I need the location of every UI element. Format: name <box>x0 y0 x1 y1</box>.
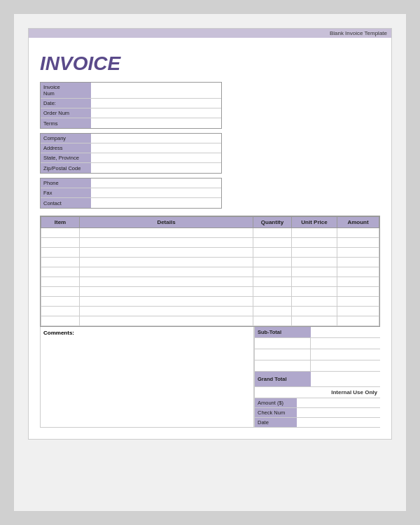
sub-total-value[interactable] <box>311 327 380 337</box>
cell-9-3[interactable] <box>292 316 337 326</box>
terms-value[interactable] <box>91 118 221 128</box>
fax-value[interactable] <box>91 188 221 197</box>
cell-6-0[interactable] <box>41 287 80 297</box>
table-row <box>41 297 379 307</box>
zip-value[interactable] <box>91 163 221 173</box>
cell-3-1[interactable] <box>80 258 253 267</box>
cell-6-2[interactable] <box>253 287 292 297</box>
payment-date-row: Date <box>255 418 380 428</box>
cell-6-3[interactable] <box>292 287 337 297</box>
company-fields-group: Company Address State, Province Zip/Post… <box>40 133 222 174</box>
check-num-row: Check Num <box>255 408 380 418</box>
invoice-table-wrapper: Item Details Quantity Unit Price Amount <box>40 216 380 327</box>
comments-area[interactable]: Comments: <box>40 327 254 428</box>
cell-1-4[interactable] <box>337 238 379 248</box>
cell-0-4[interactable] <box>337 228 379 238</box>
cell-3-2[interactable] <box>253 258 292 267</box>
cell-1-3[interactable] <box>292 238 337 248</box>
zip-label: Zip/Postal Code <box>41 163 91 173</box>
comments-label: Comments: <box>43 330 74 336</box>
table-row <box>41 238 379 248</box>
cell-8-3[interactable] <box>292 307 337 316</box>
cell-7-1[interactable] <box>80 297 253 307</box>
cell-1-2[interactable] <box>253 238 292 248</box>
cell-4-1[interactable] <box>80 267 253 277</box>
invoice-num-value[interactable] <box>91 83 221 98</box>
cell-9-4[interactable] <box>337 316 379 326</box>
cell-5-1[interactable] <box>80 277 253 287</box>
order-num-value[interactable] <box>91 108 221 118</box>
address-label: Address <box>41 144 91 153</box>
table-row <box>41 228 379 238</box>
grand-total-label: Grand Total <box>255 372 311 386</box>
cell-2-3[interactable] <box>292 248 337 258</box>
col-header-unit-price: Unit Price <box>292 217 337 228</box>
sub-total-row: Sub-Total <box>255 327 380 338</box>
cell-0-1[interactable] <box>80 228 253 238</box>
cell-7-0[interactable] <box>41 297 80 307</box>
cell-6-1[interactable] <box>80 287 253 297</box>
cell-7-4[interactable] <box>337 297 379 307</box>
contact-value[interactable] <box>91 198 221 208</box>
date-row: Date: <box>41 99 221 108</box>
cell-6-4[interactable] <box>337 287 379 297</box>
cell-9-1[interactable] <box>80 316 253 326</box>
cell-2-0[interactable] <box>41 248 80 258</box>
company-label: Company <box>41 134 91 143</box>
cell-4-4[interactable] <box>337 267 379 277</box>
state-value[interactable] <box>91 153 221 162</box>
cell-7-2[interactable] <box>253 297 292 307</box>
cell-4-0[interactable] <box>41 267 80 277</box>
amount-row: Amount ($) <box>255 398 380 408</box>
date-value[interactable] <box>91 99 221 108</box>
grand-total-value[interactable] <box>311 372 380 386</box>
company-value[interactable] <box>91 134 221 143</box>
invoice-num-label: InvoiceNum <box>41 83 91 98</box>
cell-0-0[interactable] <box>41 228 80 238</box>
cell-8-1[interactable] <box>80 307 253 316</box>
cell-5-4[interactable] <box>337 277 379 287</box>
cell-3-0[interactable] <box>41 258 80 267</box>
cell-8-2[interactable] <box>253 307 292 316</box>
amount-value[interactable] <box>297 398 380 407</box>
payment-date-label: Date <box>255 418 297 427</box>
company-row: Company <box>41 134 221 144</box>
cell-1-0[interactable] <box>41 238 80 248</box>
cell-4-3[interactable] <box>292 267 337 277</box>
cell-9-0[interactable] <box>41 316 80 326</box>
table-row <box>41 248 379 258</box>
cell-8-4[interactable] <box>337 307 379 316</box>
cell-1-1[interactable] <box>80 238 253 248</box>
cell-5-3[interactable] <box>292 277 337 287</box>
terms-label: Terms <box>41 118 91 128</box>
address-value[interactable] <box>91 144 221 153</box>
cell-9-2[interactable] <box>253 316 292 326</box>
col-header-amount: Amount <box>337 217 379 228</box>
address-row: Address <box>41 144 221 153</box>
cell-3-4[interactable] <box>337 258 379 267</box>
cell-4-2[interactable] <box>253 267 292 277</box>
cell-3-3[interactable] <box>292 258 337 267</box>
cell-0-2[interactable] <box>253 228 292 238</box>
cell-5-2[interactable] <box>253 277 292 287</box>
meta-fields-group: InvoiceNum Date: Order Num Terms <box>40 82 222 129</box>
cell-2-2[interactable] <box>253 248 292 258</box>
totals-empty-3 <box>255 360 380 372</box>
table-row <box>41 287 379 297</box>
phone-label: Phone <box>41 178 91 188</box>
cell-0-3[interactable] <box>292 228 337 238</box>
phone-value[interactable] <box>91 178 221 188</box>
order-num-row: Order Num <box>41 108 221 118</box>
cell-8-0[interactable] <box>41 307 80 316</box>
order-num-label: Order Num <box>41 108 91 118</box>
state-row: State, Province <box>41 153 221 163</box>
cell-2-1[interactable] <box>80 248 253 258</box>
amount-label: Amount ($) <box>255 398 297 407</box>
cell-5-0[interactable] <box>41 277 80 287</box>
fax-row: Fax <box>41 188 221 198</box>
payment-date-value[interactable] <box>297 418 380 427</box>
bottom-section: Comments: Sub-Total <box>40 327 380 428</box>
cell-2-4[interactable] <box>337 248 379 258</box>
check-num-value[interactable] <box>297 408 380 417</box>
cell-7-3[interactable] <box>292 297 337 307</box>
